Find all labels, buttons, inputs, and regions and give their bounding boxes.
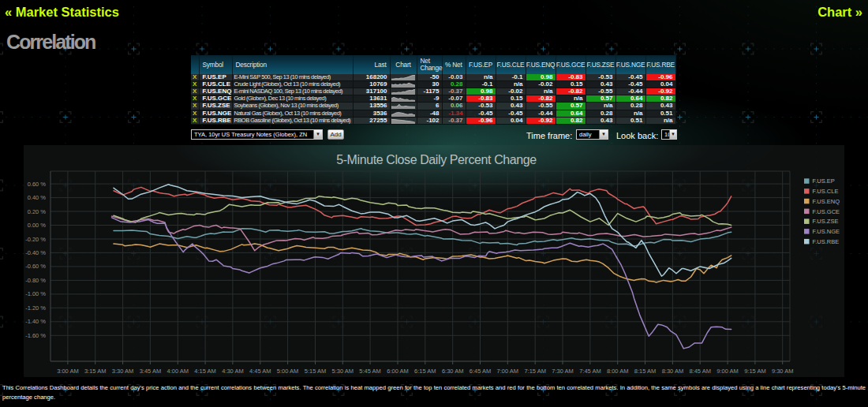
svg-text:F.US.NGE: F.US.NGE	[813, 228, 840, 235]
svg-text:0.20 %: 0.20 %	[28, 208, 47, 215]
svg-text:-0.80 %: -0.80 %	[25, 277, 46, 284]
svg-text:5:30 AM: 5:30 AM	[332, 368, 354, 375]
svg-text:0.00 %: 0.00 %	[28, 222, 47, 229]
svg-text:0.40 %: 0.40 %	[28, 194, 47, 201]
svg-text:F.US.ZSE: F.US.ZSE	[813, 218, 839, 225]
svg-text:7:30 AM: 7:30 AM	[552, 368, 574, 375]
svg-text:F.US.CLE: F.US.CLE	[813, 188, 839, 195]
svg-text:8:45 AM: 8:45 AM	[689, 368, 711, 375]
svg-text:-1.00 %: -1.00 %	[25, 290, 46, 297]
svg-text:9:30 AM: 9:30 AM	[772, 368, 794, 375]
svg-text:-1.20 %: -1.20 %	[25, 304, 46, 312]
svg-text:3:30 AM: 3:30 AM	[112, 368, 134, 375]
svg-text:6:30 AM: 6:30 AM	[442, 368, 464, 375]
svg-text:F.US.GCE: F.US.GCE	[813, 208, 840, 215]
svg-text:8:30 AM: 8:30 AM	[662, 368, 684, 375]
svg-text:9:00 AM: 9:00 AM	[716, 368, 739, 375]
svg-text:0.60 %: 0.60 %	[28, 181, 47, 188]
svg-text:6:15 AM: 6:15 AM	[414, 368, 436, 375]
svg-text:6:00 AM: 6:00 AM	[387, 368, 409, 375]
svg-text:6:45 AM: 6:45 AM	[470, 368, 492, 375]
svg-text:8:00 AM: 8:00 AM	[607, 368, 629, 375]
svg-text:5:15 AM: 5:15 AM	[305, 368, 327, 375]
svg-text:3:45 AM: 3:45 AM	[140, 368, 162, 375]
svg-text:F.US.ENQ: F.US.ENQ	[813, 198, 840, 205]
svg-text:-1.60 %: -1.60 %	[25, 332, 46, 339]
svg-text:3:15 AM: 3:15 AM	[84, 368, 107, 375]
svg-text:9:15 AM: 9:15 AM	[744, 368, 766, 375]
svg-text:-0.20 %: -0.20 %	[25, 236, 46, 243]
svg-text:4:45 AM: 4:45 AM	[249, 368, 271, 375]
svg-text:7:00 AM: 7:00 AM	[497, 368, 519, 375]
svg-text:4:00 AM: 4:00 AM	[167, 368, 189, 375]
svg-text:-0.60 %: -0.60 %	[25, 263, 46, 270]
svg-text:3:00 AM: 3:00 AM	[57, 368, 79, 375]
svg-text:8:15 AM: 8:15 AM	[634, 368, 657, 375]
svg-text:-1.40 %: -1.40 %	[25, 318, 46, 325]
svg-text:F.US.EP: F.US.EP	[813, 177, 835, 185]
svg-text:7:45 AM: 7:45 AM	[579, 368, 601, 375]
svg-text:F.US.RBE: F.US.RBE	[813, 238, 840, 245]
svg-text:5-Minute Close Daily Percent C: 5-Minute Close Daily Percent Change	[336, 153, 537, 166]
svg-text:5:00 AM: 5:00 AM	[277, 368, 299, 375]
svg-text:4:15 AM: 4:15 AM	[194, 368, 216, 375]
svg-text:-0.40 %: -0.40 %	[25, 249, 46, 256]
svg-text:4:30 AM: 4:30 AM	[222, 368, 244, 375]
svg-text:5:45 AM: 5:45 AM	[359, 368, 381, 375]
svg-text:7:15 AM: 7:15 AM	[524, 368, 546, 375]
